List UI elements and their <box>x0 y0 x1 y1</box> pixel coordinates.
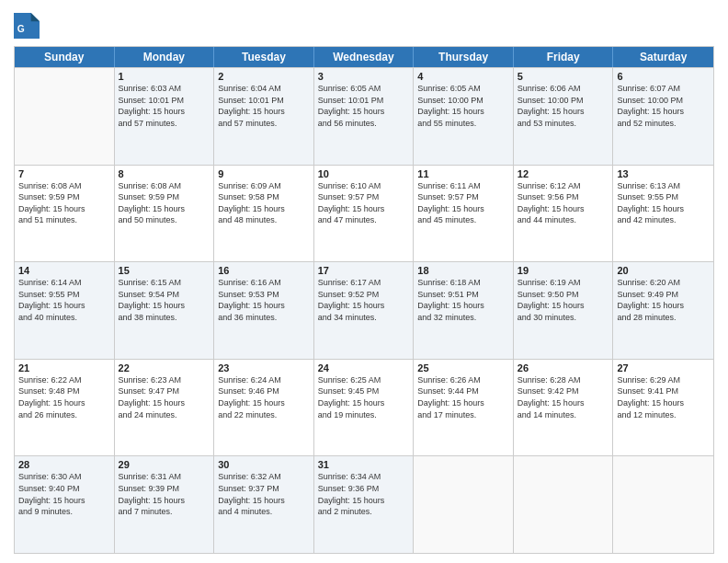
day-number: 31 <box>318 459 410 470</box>
day-number: 2 <box>218 71 310 82</box>
cell-content: Sunrise: 6:23 AMSunset: 9:47 PMDaylight:… <box>119 374 210 420</box>
cal-cell: 16 Sunrise: 6:16 AMSunset: 9:53 PMDaylig… <box>214 262 314 359</box>
cell-content: Sunrise: 6:22 AMSunset: 9:48 PMDaylight:… <box>18 374 110 420</box>
day-number: 6 <box>617 71 710 82</box>
cal-cell: 29 Sunrise: 6:31 AMSunset: 9:39 PMDaylig… <box>115 456 215 553</box>
day-number: 1 <box>119 71 210 82</box>
cell-content: Sunrise: 6:05 AMSunset: 10:01 PMDaylight… <box>318 83 410 129</box>
cal-cell: 11 Sunrise: 6:11 AMSunset: 9:57 PMDaylig… <box>414 166 514 262</box>
day-number: 11 <box>417 168 509 179</box>
cell-content: Sunrise: 6:14 AMSunset: 9:55 PMDaylight:… <box>18 277 110 323</box>
calendar-row-0: 1 Sunrise: 6:03 AMSunset: 10:01 PMDaylig… <box>15 67 713 165</box>
day-number: 21 <box>18 362 110 373</box>
cell-content: Sunrise: 6:34 AMSunset: 9:36 PMDaylight:… <box>318 471 410 517</box>
cal-cell: 6 Sunrise: 6:07 AMSunset: 10:00 PMDaylig… <box>613 68 713 165</box>
header-cell-monday: Monday <box>115 47 215 67</box>
cal-cell: 5 Sunrise: 6:06 AMSunset: 10:00 PMDaylig… <box>514 68 614 165</box>
cell-content: Sunrise: 6:17 AMSunset: 9:52 PMDaylight:… <box>318 277 410 323</box>
cell-content: Sunrise: 6:30 AMSunset: 9:40 PMDaylight:… <box>18 471 110 517</box>
cell-content: Sunrise: 6:11 AMSunset: 9:57 PMDaylight:… <box>417 180 509 226</box>
day-number: 22 <box>119 362 210 373</box>
day-number: 9 <box>218 168 310 179</box>
header-cell-saturday: Saturday <box>613 47 713 67</box>
cal-cell: 25 Sunrise: 6:26 AMSunset: 9:44 PMDaylig… <box>414 360 514 456</box>
cell-content: Sunrise: 6:16 AMSunset: 9:53 PMDaylight:… <box>218 277 310 323</box>
cal-cell: 18 Sunrise: 6:18 AMSunset: 9:51 PMDaylig… <box>414 262 514 359</box>
cell-content: Sunrise: 6:12 AMSunset: 9:56 PMDaylight:… <box>518 180 609 226</box>
page: G SundayMondayTuesdayWednesdayThursdayFr… <box>0 0 728 563</box>
cal-cell: 8 Sunrise: 6:08 AMSunset: 9:59 PMDayligh… <box>115 166 215 262</box>
calendar-body: 1 Sunrise: 6:03 AMSunset: 10:01 PMDaylig… <box>15 67 713 553</box>
calendar: SundayMondayTuesdayWednesdayThursdayFrid… <box>14 46 714 554</box>
header: G <box>14 9 714 39</box>
cal-cell: 20 Sunrise: 6:20 AMSunset: 9:49 PMDaylig… <box>613 262 713 359</box>
logo: G <box>14 13 41 39</box>
cal-cell: 23 Sunrise: 6:24 AMSunset: 9:46 PMDaylig… <box>214 360 314 456</box>
header-cell-sunday: Sunday <box>15 47 115 67</box>
header-cell-thursday: Thursday <box>414 47 514 67</box>
day-number: 30 <box>218 459 310 470</box>
cal-cell: 22 Sunrise: 6:23 AMSunset: 9:47 PMDaylig… <box>115 360 215 456</box>
cell-content: Sunrise: 6:03 AMSunset: 10:01 PMDaylight… <box>119 83 210 129</box>
cal-cell: 13 Sunrise: 6:13 AMSunset: 9:55 PMDaylig… <box>613 166 713 262</box>
cal-cell: 3 Sunrise: 6:05 AMSunset: 10:01 PMDaylig… <box>314 68 415 165</box>
calendar-header: SundayMondayTuesdayWednesdayThursdayFrid… <box>15 47 713 67</box>
cal-cell <box>613 456 713 553</box>
cell-content: Sunrise: 6:15 AMSunset: 9:54 PMDaylight:… <box>119 277 210 323</box>
header-cell-tuesday: Tuesday <box>214 47 314 67</box>
day-number: 5 <box>518 71 609 82</box>
cell-content: Sunrise: 6:20 AMSunset: 9:49 PMDaylight:… <box>617 277 710 323</box>
cell-content: Sunrise: 6:19 AMSunset: 9:50 PMDaylight:… <box>518 277 609 323</box>
svg-marker-1 <box>31 13 40 21</box>
cell-content: Sunrise: 6:04 AMSunset: 10:01 PMDaylight… <box>218 83 310 129</box>
cell-content: Sunrise: 6:08 AMSunset: 9:59 PMDaylight:… <box>18 180 110 226</box>
day-number: 27 <box>617 362 710 373</box>
cell-content: Sunrise: 6:07 AMSunset: 10:00 PMDaylight… <box>617 83 710 129</box>
cell-content: Sunrise: 6:05 AMSunset: 10:00 PMDaylight… <box>417 83 509 129</box>
day-number: 12 <box>518 168 609 179</box>
calendar-row-3: 21 Sunrise: 6:22 AMSunset: 9:48 PMDaylig… <box>15 359 713 456</box>
logo-icon: G <box>14 13 40 39</box>
cal-cell: 26 Sunrise: 6:28 AMSunset: 9:42 PMDaylig… <box>514 360 614 456</box>
day-number: 14 <box>18 265 110 276</box>
cal-cell: 4 Sunrise: 6:05 AMSunset: 10:00 PMDaylig… <box>414 68 514 165</box>
day-number: 17 <box>318 265 410 276</box>
day-number: 8 <box>119 168 210 179</box>
day-number: 25 <box>417 362 509 373</box>
cell-content: Sunrise: 6:31 AMSunset: 9:39 PMDaylight:… <box>119 471 210 517</box>
cal-cell: 1 Sunrise: 6:03 AMSunset: 10:01 PMDaylig… <box>115 68 215 165</box>
cell-content: Sunrise: 6:13 AMSunset: 9:55 PMDaylight:… <box>617 180 710 226</box>
day-number: 24 <box>318 362 410 373</box>
day-number: 3 <box>318 71 410 82</box>
cal-cell: 28 Sunrise: 6:30 AMSunset: 9:40 PMDaylig… <box>15 456 115 553</box>
cell-content: Sunrise: 6:25 AMSunset: 9:45 PMDaylight:… <box>318 374 410 420</box>
day-number: 10 <box>318 168 410 179</box>
day-number: 13 <box>617 168 710 179</box>
cal-cell: 27 Sunrise: 6:29 AMSunset: 9:41 PMDaylig… <box>613 360 713 456</box>
day-number: 20 <box>617 265 710 276</box>
day-number: 4 <box>417 71 509 82</box>
day-number: 28 <box>18 459 110 470</box>
day-number: 19 <box>518 265 609 276</box>
cal-cell <box>414 456 514 553</box>
cal-cell: 15 Sunrise: 6:15 AMSunset: 9:54 PMDaylig… <box>115 262 215 359</box>
cell-content: Sunrise: 6:06 AMSunset: 10:00 PMDaylight… <box>518 83 609 129</box>
cal-cell: 9 Sunrise: 6:09 AMSunset: 9:58 PMDayligh… <box>214 166 314 262</box>
calendar-row-4: 28 Sunrise: 6:30 AMSunset: 9:40 PMDaylig… <box>15 455 713 553</box>
day-number: 16 <box>218 265 310 276</box>
cal-cell: 17 Sunrise: 6:17 AMSunset: 9:52 PMDaylig… <box>314 262 415 359</box>
cell-content: Sunrise: 6:09 AMSunset: 9:58 PMDaylight:… <box>218 180 310 226</box>
cell-content: Sunrise: 6:24 AMSunset: 9:46 PMDaylight:… <box>218 374 310 420</box>
cal-cell: 30 Sunrise: 6:32 AMSunset: 9:37 PMDaylig… <box>214 456 314 553</box>
header-cell-friday: Friday <box>514 47 614 67</box>
day-number: 15 <box>119 265 210 276</box>
cal-cell: 21 Sunrise: 6:22 AMSunset: 9:48 PMDaylig… <box>15 360 115 456</box>
day-number: 7 <box>18 168 110 179</box>
cal-cell <box>514 456 614 553</box>
cal-cell: 19 Sunrise: 6:19 AMSunset: 9:50 PMDaylig… <box>514 262 614 359</box>
cell-content: Sunrise: 6:18 AMSunset: 9:51 PMDaylight:… <box>417 277 509 323</box>
calendar-row-2: 14 Sunrise: 6:14 AMSunset: 9:55 PMDaylig… <box>15 261 713 359</box>
cell-content: Sunrise: 6:29 AMSunset: 9:41 PMDaylight:… <box>617 374 710 420</box>
cal-cell <box>15 68 115 165</box>
cell-content: Sunrise: 6:26 AMSunset: 9:44 PMDaylight:… <box>417 374 509 420</box>
